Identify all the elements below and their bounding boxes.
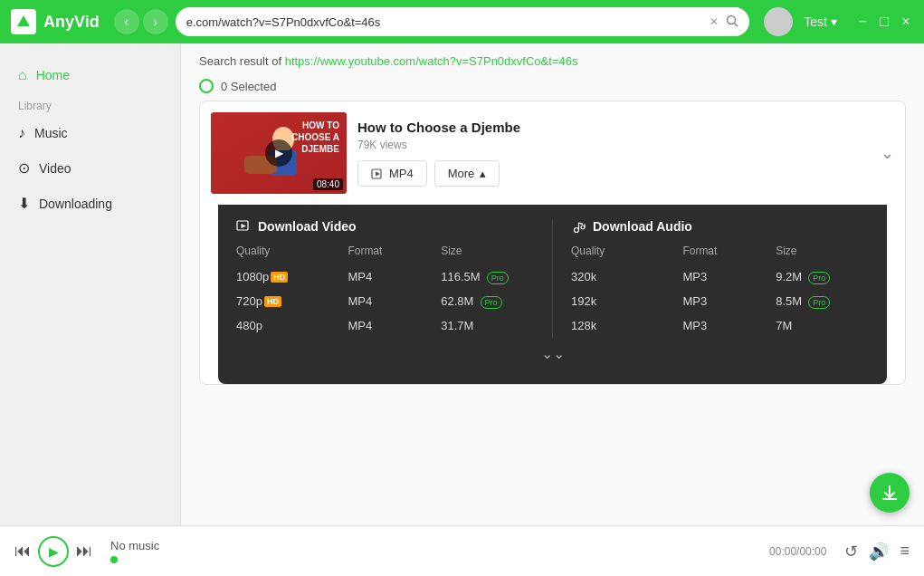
main-layout: ⌂ Home Library ♪ Music ⊙ Video ⬇ Downloa… xyxy=(0,43,924,525)
chevron-up-icon: ▴ xyxy=(480,167,486,180)
time-display: 00:00/00:00 xyxy=(769,545,826,558)
download-video-title: Download Video xyxy=(236,219,534,234)
duration-badge: 08:40 xyxy=(313,178,343,190)
audio-row-192k[interactable]: 192k MP3 8.5M Pro xyxy=(571,289,869,313)
selected-bar: 0 Selected xyxy=(181,75,924,101)
sidebar-item-downloading[interactable]: ⬇ Downloading xyxy=(0,186,180,221)
prev-button[interactable]: ⏮ xyxy=(14,542,31,561)
titlebar: AnyVid ‹ › e.com/watch?v=S7Pn0dxvfCo&t=4… xyxy=(0,0,924,43)
sidebar-video-label: Video xyxy=(39,161,71,176)
video-card: HOW TOCHOOSE ADJEMBE ▶ 08:40 How to Choo… xyxy=(199,101,906,385)
titlebar-right: Test ▾ − □ × xyxy=(764,7,913,36)
video-row-720p[interactable]: 720pHD MP4 62.8M Pro xyxy=(236,289,534,313)
sidebar-music-label: Music xyxy=(34,126,68,140)
expand-rows-button[interactable]: ⌄⌄ xyxy=(236,338,869,370)
now-playing-area: No music xyxy=(103,539,758,563)
sidebar-home-label: Home xyxy=(36,68,70,82)
video-icon: ⊙ xyxy=(18,159,30,177)
audio-col-headers: Quality Format Size xyxy=(571,245,869,257)
video-row-1080p[interactable]: 1080pHD MP4 116.5M Pro xyxy=(236,264,534,289)
now-playing-title: No music xyxy=(110,539,758,552)
sidebar-downloading-label: Downloading xyxy=(39,197,112,211)
url-text: e.com/watch?v=S7Pn0dxvfCo&t=46s xyxy=(186,15,703,29)
chevron-down-icon: ▾ xyxy=(831,14,837,29)
minimize-button[interactable]: − xyxy=(855,14,870,29)
sidebar: ⌂ Home Library ♪ Music ⊙ Video ⬇ Downloa… xyxy=(0,43,181,525)
content-area: Search result of https://www.youtube.com… xyxy=(181,43,924,525)
search-icon[interactable] xyxy=(726,14,738,30)
play-overlay-icon[interactable]: ▶ xyxy=(265,139,292,167)
download-icon: ⬇ xyxy=(18,195,30,212)
bottom-bar: ⏮ ▶ ⏭ No music 00:00/00:00 ↺ 🔊 ≡ xyxy=(0,525,924,576)
sidebar-item-music[interactable]: ♪ Music xyxy=(0,116,180,150)
svg-point-1 xyxy=(728,15,736,24)
download-video-col: Download Video Quality Format Size 1080p… xyxy=(236,219,553,338)
library-section-label: Library xyxy=(0,92,180,116)
download-panel: Download Video Quality Format Size 1080p… xyxy=(218,205,887,384)
svg-line-2 xyxy=(735,23,738,26)
playlist-button[interactable]: ≡ xyxy=(900,542,910,561)
repeat-button[interactable]: ↺ xyxy=(844,542,858,562)
play-pause-button[interactable]: ▶ xyxy=(38,536,69,567)
svg-line-17 xyxy=(579,223,584,225)
video-views: 79K views xyxy=(357,139,870,151)
player-controls: ⏮ ▶ ⏭ xyxy=(14,536,92,567)
video-actions: MP4 More ▴ xyxy=(357,160,870,187)
volume-button[interactable]: 🔊 xyxy=(869,542,889,562)
logo-icon xyxy=(11,9,36,34)
nav-buttons: ‹ › xyxy=(114,9,168,34)
app-name: AnyVid xyxy=(43,13,100,32)
collapse-button[interactable]: ⌄ xyxy=(881,143,894,163)
video-info: How to Choose a Djembe 79K views MP4 Mor… xyxy=(357,120,870,187)
selected-circle-icon xyxy=(199,79,214,93)
download-cols: Download Video Quality Format Size 1080p… xyxy=(236,219,869,338)
close-button[interactable]: × xyxy=(899,14,913,29)
window-controls: − □ × xyxy=(855,14,913,29)
maximize-button[interactable]: □ xyxy=(877,14,891,29)
thumbnail[interactable]: HOW TOCHOOSE ADJEMBE ▶ 08:40 xyxy=(211,112,347,194)
fab-download-button[interactable] xyxy=(870,473,910,513)
bottom-icons: ↺ 🔊 ≡ xyxy=(844,542,910,562)
thumbnail-overlay-text: HOW TOCHOOSE ADJEMBE xyxy=(291,120,339,155)
svg-point-13 xyxy=(575,228,579,233)
video-col-headers: Quality Format Size xyxy=(236,245,534,257)
user-name: Test ▾ xyxy=(804,14,837,29)
music-icon: ♪ xyxy=(18,125,25,141)
video-title: How to Choose a Djembe xyxy=(357,120,870,135)
download-audio-title: Download Audio xyxy=(571,219,869,234)
audio-row-128k[interactable]: 128k MP3 7M xyxy=(571,313,869,338)
audio-row-320k[interactable]: 320k MP3 9.2M Pro xyxy=(571,264,869,289)
progress-dot xyxy=(110,556,118,563)
svg-marker-10 xyxy=(376,171,380,176)
svg-marker-0 xyxy=(17,15,30,26)
selected-count: 0 Selected xyxy=(221,80,276,93)
back-button[interactable]: ‹ xyxy=(114,9,139,34)
home-icon: ⌂ xyxy=(18,67,27,83)
sidebar-item-home[interactable]: ⌂ Home xyxy=(0,58,180,92)
next-button[interactable]: ⏭ xyxy=(76,542,92,561)
more-button[interactable]: More ▴ xyxy=(434,160,500,187)
sidebar-item-video[interactable]: ⊙ Video xyxy=(0,150,180,186)
app-logo: AnyVid xyxy=(11,9,100,34)
mp4-button[interactable]: MP4 xyxy=(357,160,427,187)
search-result-url[interactable]: https://www.youtube.com/watch?v=S7Pn0dxv… xyxy=(285,54,578,68)
download-audio-col: Download Audio Quality Format Size 320k … xyxy=(553,219,869,338)
url-clear-icon[interactable]: ✕ xyxy=(710,15,719,28)
avatar xyxy=(764,7,793,36)
forward-button[interactable]: › xyxy=(143,9,168,34)
search-result-header: Search result of https://www.youtube.com… xyxy=(181,43,924,75)
video-card-header: HOW TOCHOOSE ADJEMBE ▶ 08:40 How to Choo… xyxy=(200,101,905,205)
url-bar[interactable]: e.com/watch?v=S7Pn0dxvfCo&t=46s ✕ xyxy=(176,7,750,36)
video-row-480p[interactable]: 480p MP4 31.7M xyxy=(236,313,534,338)
search-result-prefix: Search result of xyxy=(199,54,285,68)
svg-marker-12 xyxy=(242,224,247,228)
